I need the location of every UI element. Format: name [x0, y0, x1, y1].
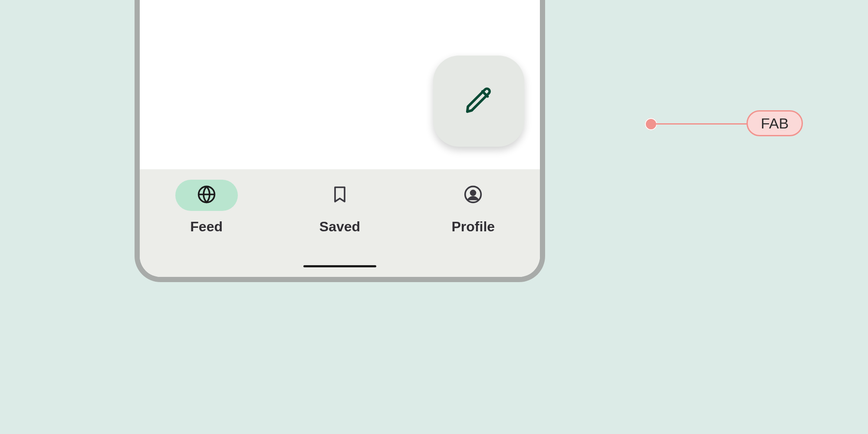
compose-fab[interactable] [433, 56, 524, 147]
nav-item-profile[interactable]: Profile [417, 180, 529, 235]
svg-point-2 [471, 191, 476, 195]
phone-frame: Feed Saved [135, 0, 545, 282]
gesture-handle [303, 265, 376, 267]
nav-label: Profile [452, 219, 495, 235]
nav-item-saved[interactable]: Saved [283, 180, 396, 235]
nav-icon-pill [309, 180, 371, 211]
nav-icon-pill [175, 180, 238, 211]
bottom-navigation: Feed Saved [140, 169, 540, 277]
annotation-line [654, 123, 750, 125]
user-circle-icon [464, 185, 483, 206]
nav-label: Saved [319, 219, 360, 235]
annotation-label: FAB [746, 110, 803, 136]
nav-label: Feed [190, 219, 223, 235]
bookmark-icon [330, 185, 349, 206]
globe-icon [197, 185, 216, 206]
nav-item-feed[interactable]: Feed [150, 180, 263, 235]
pencil-icon [464, 85, 494, 117]
annotation-text: FAB [761, 115, 789, 132]
nav-icon-pill [442, 180, 504, 211]
